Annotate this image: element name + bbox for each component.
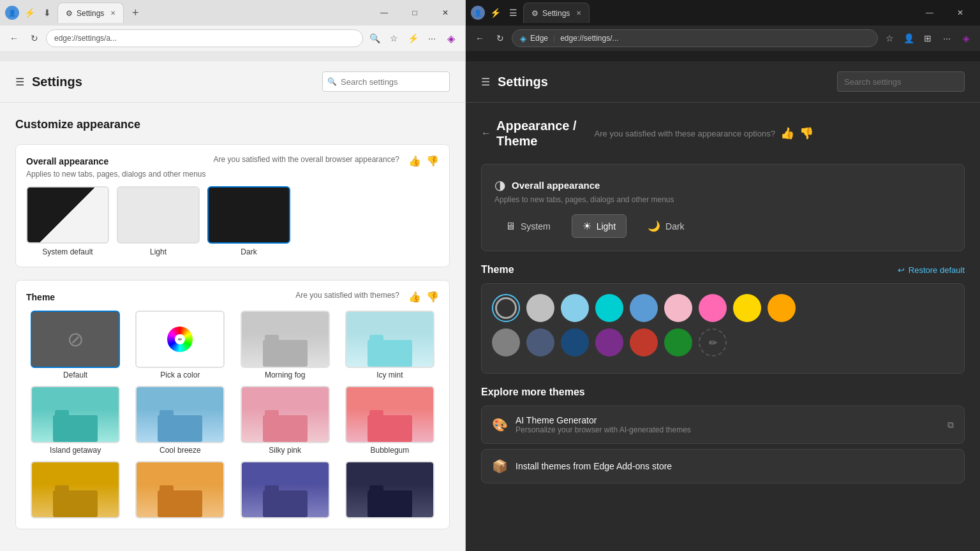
swatch-hotpink[interactable] <box>699 294 727 322</box>
new-tab-button-left[interactable]: + <box>126 4 144 22</box>
appearance-system[interactable]: System default <box>26 186 109 256</box>
theme-default-thumb: ⊘ <box>31 311 120 368</box>
search-icon-left: 🔍 <box>327 77 337 86</box>
system-label: System default <box>42 247 93 256</box>
explore-ai-themes[interactable]: 🎨 AI Theme Generator Personalize your br… <box>481 406 965 444</box>
url-separator: | <box>553 34 555 43</box>
more-icon-right[interactable]: ··· <box>938 29 956 47</box>
maximize-button-left[interactable]: □ <box>400 3 429 22</box>
sidebar-icon-right[interactable]: ☰ <box>505 5 521 20</box>
url-text-left: edge://settings/a... <box>54 34 117 43</box>
left-settings-content: ☰ Settings 🔍 Customize appearance Overal… <box>0 61 465 551</box>
back-button-right[interactable]: ← <box>471 29 489 47</box>
appearance-light[interactable]: Light <box>117 186 200 256</box>
restore-default-btn[interactable]: ↩ Restore default <box>898 265 965 275</box>
explore-ai-text: AI Theme Generator Personalize your brow… <box>516 415 691 434</box>
theme-row3-4[interactable] <box>341 461 439 518</box>
tab-close-right[interactable]: ✕ <box>576 10 581 17</box>
swatch-lightpink[interactable] <box>664 294 692 322</box>
search-icon[interactable]: 🔍 <box>366 29 383 47</box>
swatch-gold[interactable] <box>733 294 761 322</box>
menu-icon-left[interactable]: ☰ <box>15 76 24 88</box>
oa-dark[interactable]: 🌙 Dark <box>637 214 695 238</box>
profile-avatar[interactable]: 👤 <box>5 6 19 20</box>
thumbs-up-right[interactable]: 👍 <box>780 126 794 140</box>
thumbs-down-right[interactable]: 👎 <box>799 126 813 140</box>
oa-title: Overall appearance <box>512 180 600 191</box>
menu-icon-right[interactable]: ☰ <box>481 76 490 88</box>
swatch-skyblue[interactable] <box>561 294 589 322</box>
theme-icy-mint-thumb <box>345 311 434 368</box>
extensions-icon-right[interactable]: ⊞ <box>919 29 937 47</box>
copilot-icon[interactable]: ◈ <box>442 29 460 47</box>
close-button-left[interactable]: ✕ <box>431 3 460 22</box>
swatch-teal[interactable] <box>595 294 623 322</box>
swatch-selected-outline[interactable] <box>492 294 520 322</box>
star-icon-right[interactable]: ☆ <box>880 29 898 47</box>
theme-row3-2[interactable] <box>131 461 229 518</box>
settings-tab-right[interactable]: ⚙ Settings ✕ <box>523 3 590 23</box>
swatch-purple[interactable] <box>595 328 623 356</box>
profile-avatar-right[interactable]: 👤 <box>471 6 485 20</box>
star-icon[interactable]: ☆ <box>385 29 403 47</box>
url-bar-right[interactable]: ◈ Edge | edge://settings/... <box>512 29 878 47</box>
url-prefix-right: Edge <box>530 34 548 43</box>
light-thumb <box>117 186 200 244</box>
search-wrapper-left: 🔍 <box>322 71 450 92</box>
overall-appearance-card: Overall appearance Are you satisfied wit… <box>15 144 450 267</box>
thumbs-down-theme[interactable]: 👎 <box>426 291 439 303</box>
thumbs-up-theme[interactable]: 👍 <box>408 291 421 303</box>
thumbs-up-appearance[interactable]: 👍 <box>408 155 421 167</box>
theme-default[interactable]: ⊘ Default <box>26 311 124 379</box>
refresh-button-left[interactable]: ↻ <box>26 29 43 47</box>
appearance-dark[interactable]: Dark <box>207 186 290 256</box>
collections-icon[interactable]: ⚡ <box>404 29 422 47</box>
favorites-icon[interactable]: ⚡ <box>22 5 37 20</box>
theme-silky-pink[interactable]: Silky pink <box>236 386 334 455</box>
back-button-appearance[interactable]: ← <box>481 128 491 139</box>
explore-store-text: Install themes from Edge Add-ons store <box>516 461 672 471</box>
oa-system[interactable]: 🖥 System <box>494 214 561 238</box>
swatch-red[interactable] <box>630 328 658 356</box>
swatch-orange[interactable] <box>768 294 796 322</box>
theme-row3-3[interactable] <box>236 461 334 518</box>
theme-cool-breeze[interactable]: Cool breeze <box>131 386 229 455</box>
oa-light[interactable]: ☀ Light <box>572 214 627 238</box>
swatch-navy-gray[interactable] <box>526 328 554 356</box>
minimize-button-left[interactable]: — <box>369 3 399 22</box>
theme-row3-1[interactable] <box>26 461 124 518</box>
more-icon[interactable]: ··· <box>423 29 441 47</box>
favorites-icon-right[interactable]: ⚡ <box>487 5 503 20</box>
tab-close-left[interactable]: ✕ <box>110 10 115 17</box>
theme-icy-mint[interactable]: Icy mint <box>341 311 439 379</box>
theme-bubblegum[interactable]: Bubblegum <box>341 386 439 455</box>
swatch-navy[interactable] <box>561 328 589 356</box>
profile-icon-right[interactable]: 👤 <box>900 29 917 47</box>
download-icon[interactable]: ⬇ <box>40 5 55 20</box>
theme-island[interactable]: Island getaway <box>26 386 124 455</box>
explore-section: Explore more themes 🎨 AI Theme Generator… <box>481 386 965 483</box>
search-input-left[interactable] <box>322 71 450 92</box>
swatch-gray[interactable] <box>526 294 554 322</box>
close-button-right[interactable]: ✕ <box>946 3 975 22</box>
theme-morning-fog[interactable]: Morning fog <box>236 311 334 379</box>
right-browser-chrome: 👤 ⚡ ☰ ⚙ Settings ✕ — ✕ ← ↻ ◈ Edge | edge… <box>466 0 980 61</box>
refresh-button-right[interactable]: ↻ <box>491 29 509 47</box>
back-button-left[interactable]: ← <box>5 29 23 47</box>
minimize-button-right[interactable]: — <box>915 3 944 22</box>
copilot-icon-right[interactable]: ◈ <box>957 29 975 47</box>
swatch-custom[interactable]: ✏ <box>699 328 727 356</box>
restore-icon: ↩ <box>898 265 905 275</box>
swatch-green[interactable] <box>664 328 692 356</box>
explore-install-themes[interactable]: 📦 Install themes from Edge Add-ons store <box>481 449 965 483</box>
swatch-blue[interactable] <box>630 294 658 322</box>
tab-settings-icon: ⚙ <box>66 9 73 18</box>
swatch-midgray[interactable] <box>492 328 520 356</box>
thumbs-down-appearance[interactable]: 👎 <box>426 155 439 167</box>
theme-grid-row3 <box>26 461 439 518</box>
right-settings-content: ☰ Settings ← Appearance / Theme Are you … <box>466 61 980 551</box>
settings-tab-left[interactable]: ⚙ Settings ✕ <box>57 3 124 23</box>
theme-pick-color[interactable]: ✏ Pick a color <box>131 311 229 379</box>
url-bar-left[interactable]: edge://settings/a... <box>46 29 363 47</box>
search-input-right[interactable] <box>837 71 965 92</box>
